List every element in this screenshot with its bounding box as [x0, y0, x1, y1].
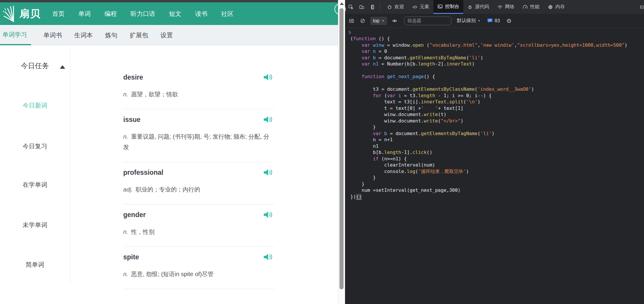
browser-edge-strip	[0, 0, 338, 2]
main-nav-item[interactable]: 读书	[195, 10, 207, 18]
live-expression-eye-icon[interactable]	[391, 17, 398, 24]
sub-nav: 单词学习单词书生词本炼句扩展包设置	[0, 25, 338, 46]
tab-label: 元素	[420, 4, 429, 10]
sub-nav-item[interactable]: 扩展包	[130, 25, 148, 45]
scrollbar-thumb[interactable]	[339, 8, 344, 289]
sub-nav-item[interactable]: 单词书	[43, 25, 62, 45]
console-code-line: var n1 = Number(b[b.length-2].innerText)	[350, 61, 627, 67]
console-code-line: for (var i = t3.length - 1; i >= 0; i--)…	[350, 93, 627, 99]
brand-name: 扇贝	[19, 7, 41, 21]
devtools-tab-memory[interactable]: 内存	[544, 0, 569, 14]
context-selector[interactable]: top ▼	[370, 17, 387, 25]
console-code-line: t3 = document.getElementsByClassName('in…	[350, 86, 627, 93]
speaker-icon[interactable]	[263, 253, 273, 262]
console-code-line	[350, 80, 627, 86]
main-nav-item[interactable]: 短文	[169, 10, 181, 18]
shanbay-page: 扇贝 首页单词编程听力口语短文读书社区 单词学习单词书生词本炼句扩展包设置 今日…	[0, 0, 345, 304]
main-nav-item[interactable]: 听力口语	[131, 10, 155, 18]
console-code-line	[350, 67, 627, 74]
devtools-tab-home[interactable]: 欢迎	[383, 0, 408, 14]
clear-console-icon[interactable]	[359, 17, 366, 24]
brand-link[interactable]: 扇贝	[3, 6, 41, 22]
sub-nav-item[interactable]: 设置	[160, 25, 173, 45]
word-definition: 性，性别	[131, 229, 155, 235]
sidebar-item[interactable]: 今日复习	[0, 142, 70, 150]
word-pos: n.	[123, 91, 128, 98]
screenshot-root: 扇贝 首页单词编程听力口语短文读书社区 单词学习单词书生词本炼句扩展包设置 今日…	[0, 0, 644, 304]
devtools-tab-performance[interactable]: 性能	[518, 0, 544, 14]
console-code-line: winw.document.write("</br>")	[350, 118, 627, 124]
shanbay-logo-icon	[3, 6, 17, 22]
devtools-tab-sources[interactable]: 源代码	[463, 0, 493, 14]
devtools-tabbar: 欢迎元素控制台源代码网络性能内存	[345, 0, 644, 14]
page-scrollbar[interactable]	[338, 0, 345, 304]
word-row: issuen.重要议题, 问题; (书刊等)期, 号; 发行物; 颁布; 分配,…	[123, 109, 275, 162]
settings-gear-icon[interactable]: ⚙	[506, 17, 512, 24]
tab-label: 控制台	[445, 4, 459, 10]
devtools-tab-console[interactable]: 控制台	[433, 0, 463, 14]
speaker-icon[interactable]	[263, 211, 273, 220]
screencast-icon[interactable]	[369, 4, 376, 11]
sidebar-section-title: 今日任务	[0, 61, 70, 70]
devices-icon[interactable]	[358, 4, 365, 11]
sources-icon	[467, 4, 473, 10]
caret-up-icon[interactable]	[60, 65, 65, 69]
devtools-tab-network[interactable]: 网络	[493, 0, 518, 14]
inspect-icon[interactable]	[347, 4, 354, 11]
devtools-tabs: 欢迎元素控制台源代码网络性能内存	[383, 0, 569, 14]
console-code-line: winw.document.write(t)	[350, 111, 627, 118]
main-nav-item[interactable]: 首页	[52, 10, 65, 18]
word-row: spiten.恶意, 怨恨; (短语in spite of)尽管	[123, 247, 275, 289]
console-filter-input[interactable]	[404, 16, 452, 25]
devtools-left-icons	[347, 0, 376, 14]
sidebar-item[interactable]: 在学单词	[0, 181, 70, 189]
speaker-icon[interactable]	[263, 73, 273, 82]
console-code-line: b[b.length-1].click()	[350, 149, 627, 156]
main-nav: 扇贝 首页单词编程听力口语短文读书社区	[0, 2, 338, 25]
console-code-line: t = text[0] +' '+ text[1]	[350, 105, 627, 112]
sub-nav-item[interactable]: 炼句	[105, 25, 117, 45]
tab-label: 源代码	[475, 4, 489, 10]
devtools-panel: 欢迎元素控制台源代码网络性能内存 top ▼ 默认级别 ▼ 83 ⚙ (func…	[345, 0, 644, 304]
sub-nav-item[interactable]: 生词本	[74, 25, 93, 45]
tab-label: 欢迎	[395, 4, 404, 10]
speaker-icon[interactable]	[263, 116, 273, 125]
sidebar-item[interactable]: 简单词	[0, 261, 70, 269]
main-nav-items: 首页单词编程听力口语短文读书社区	[52, 10, 234, 18]
message-count: 83	[495, 18, 500, 23]
scroll-up-arrow-icon[interactable]	[340, 2, 344, 5]
console-code-line: })()	[350, 194, 627, 200]
partial-tab-icon[interactable]	[640, 0, 644, 14]
console-code-line: }	[350, 124, 627, 130]
sidebar-item[interactable]: 未学单词	[0, 221, 70, 229]
word-text: gender	[123, 211, 275, 219]
word-list: desiren.愿望，欲望；情欲issuen.重要议题, 问题; (书刊等)期,…	[123, 46, 275, 289]
main-nav-item[interactable]: 编程	[104, 10, 117, 18]
log-level-label: 默认级别	[457, 18, 476, 24]
devtools-tab-elements[interactable]: 元素	[408, 0, 433, 14]
console-code-line: var n = 0	[350, 48, 627, 55]
word-row: gendern.性，性别	[123, 204, 275, 247]
sub-nav-item[interactable]: 单词学习	[0, 25, 31, 45]
network-icon	[497, 4, 503, 10]
console-code-line: var b = document.getElementsByTagName('l…	[350, 130, 627, 137]
prompt-chevron-icon	[347, 31, 351, 34]
main-nav-item[interactable]: 单词	[78, 10, 91, 18]
word-text: desire	[123, 73, 275, 81]
console-code-line: if (n>=n1) {	[350, 156, 627, 162]
console-icon	[437, 4, 443, 9]
main-nav-item[interactable]: 社区	[221, 10, 234, 18]
log-level-selector[interactable]: 默认级别 ▼	[457, 18, 480, 24]
word-pos: n.	[123, 271, 128, 277]
sidebar-item[interactable]: 今日新词	[0, 101, 70, 110]
console-code-line: clearInterval(num)	[350, 162, 627, 168]
elements-icon	[412, 4, 417, 10]
speaker-icon[interactable]	[263, 169, 273, 177]
console-code-line: n1	[350, 143, 627, 150]
console-code: (function () { var winw = window.open ("…	[350, 36, 627, 200]
word-definition: 重要议题, 问题; (书刊等)期, 号; 发行物; 颁布; 分配, 分发	[123, 133, 269, 150]
console-sidebar-toggle-icon[interactable]	[348, 17, 355, 24]
chevron-down-icon: ▼	[382, 19, 384, 22]
word-text: issue	[123, 116, 275, 124]
messages-bubble-icon[interactable]	[487, 18, 493, 23]
